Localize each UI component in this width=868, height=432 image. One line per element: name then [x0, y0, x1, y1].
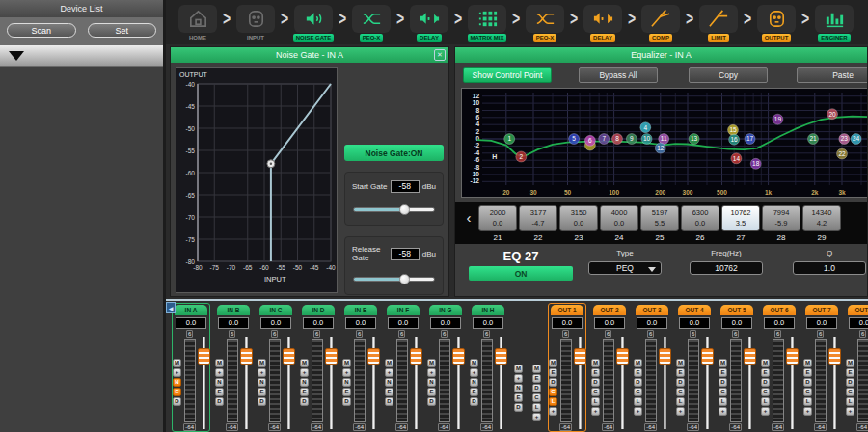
noise-gate-power-button[interactable]: Noise Gate:ON — [344, 145, 444, 161]
out-3-button-c[interactable]: C — [634, 388, 642, 396]
in-f-button-d[interactable]: D — [385, 397, 393, 406]
link-in-button-plus[interactable]: + — [514, 374, 523, 383]
out-1-button-m[interactable]: M — [549, 359, 557, 367]
channel-gain-value[interactable]: 0.0 — [176, 317, 206, 329]
out-5-button-d[interactable]: D — [719, 378, 727, 387]
eq-point-13[interactable]: 13 — [689, 134, 699, 145]
channel-gain-value[interactable]: 0.0 — [552, 317, 583, 329]
eq-point-5[interactable]: 5 — [569, 134, 580, 145]
out-3-button-l[interactable]: L — [634, 397, 642, 406]
channel-gain-value[interactable]: 0.0 — [303, 317, 334, 329]
out-2-button-e[interactable]: E — [591, 368, 600, 377]
out-8-button-l[interactable]: L — [846, 397, 854, 406]
out-7-button-d[interactable]: D — [803, 378, 812, 387]
out-5-button-m[interactable]: M — [719, 359, 727, 367]
channel-gain-value[interactable]: 0.0 — [345, 317, 376, 329]
eq-point-2[interactable]: 2 — [516, 151, 527, 162]
link-out-button-m[interactable]: M — [532, 364, 541, 373]
eq-point-10[interactable]: 10 — [641, 134, 652, 145]
start-gate-value[interactable]: -58 — [391, 180, 420, 193]
in-e-button-d[interactable]: D — [342, 397, 351, 406]
device-dropdown[interactable] — [0, 45, 163, 68]
in-a-button-d[interactable]: D — [173, 397, 181, 406]
in-c-button-d[interactable]: D — [258, 397, 266, 406]
eq-point-16[interactable]: 16 — [729, 134, 740, 145]
link-in-button-d[interactable]: D — [514, 403, 523, 412]
out-1-button-d[interactable]: D — [549, 378, 557, 387]
out-2-button-c[interactable]: C — [591, 388, 600, 396]
band-cell-29[interactable]: 143404.229 — [802, 205, 841, 242]
band-cell-23[interactable]: 31500.023 — [559, 205, 598, 242]
fader-handle[interactable] — [452, 348, 465, 364]
out-8-button-d[interactable]: D — [846, 378, 854, 387]
fader-track[interactable] — [786, 337, 798, 432]
out-6-button-plus[interactable]: + — [761, 407, 770, 416]
fader-track[interactable] — [283, 337, 294, 432]
show-control-point-button[interactable]: Show Control Point — [463, 68, 552, 83]
channel-strip-out-6[interactable]: OUT 60.0MEDCL+6-64 — [760, 303, 799, 432]
channel-strip-in-d[interactable]: IN D0.0M+NED6-64 — [299, 303, 338, 432]
out-4-button-l[interactable]: L — [676, 397, 685, 406]
release-gate-slider-thumb[interactable] — [399, 274, 410, 284]
in-d-button-e[interactable]: E — [300, 388, 309, 396]
out-1-button-plus[interactable]: + — [549, 407, 557, 416]
in-h-button-n[interactable]: N — [470, 378, 478, 387]
channel-gain-value[interactable]: 0.0 — [806, 317, 837, 329]
in-c-button-m[interactable]: M — [258, 359, 266, 367]
link-in-button-m[interactable]: M — [514, 364, 523, 373]
toolbar-item-enginer[interactable]: ENGINER — [812, 5, 856, 42]
toolbar-item-noise-gate[interactable]: NOISE GATE — [291, 5, 336, 42]
channel-strip-out-7[interactable]: OUT 70.0MEDCL+6-64 — [802, 303, 841, 432]
channel-gain-value[interactable]: 0.0 — [218, 317, 249, 329]
fader-handle[interactable] — [325, 348, 338, 364]
channel-gain-value[interactable]: 0.0 — [637, 317, 667, 329]
band-cell-22[interactable]: 3177-4.722 — [519, 205, 557, 242]
fader-handle[interactable] — [198, 348, 210, 364]
in-f-button-n[interactable]: N — [385, 378, 393, 387]
fader-track[interactable] — [452, 337, 464, 432]
out-5-button-e[interactable]: E — [719, 368, 727, 377]
out-3-button-e[interactable]: E — [634, 368, 642, 377]
in-g-button-plus[interactable]: + — [427, 368, 436, 377]
eq-point-22[interactable]: 22 — [837, 148, 848, 159]
channel-gain-value[interactable]: 0.0 — [430, 317, 461, 329]
eq-point-17[interactable]: 17 — [745, 134, 755, 145]
channel-strip-in-c[interactable]: IN C0.0M+NED6-64 — [257, 303, 295, 432]
in-b-button-plus[interactable]: + — [215, 368, 224, 377]
out-5-button-l[interactable]: L — [719, 397, 727, 406]
in-g-button-d[interactable]: D — [427, 397, 436, 406]
fader-track[interactable] — [198, 337, 209, 432]
out-1-button-l[interactable]: L — [549, 397, 557, 406]
link-out-button-l[interactable]: L — [532, 403, 541, 412]
in-e-button-plus[interactable]: + — [342, 368, 351, 377]
eq-point-23[interactable]: 23 — [839, 134, 850, 145]
link-out-button-c[interactable]: C — [532, 393, 541, 402]
fader-track[interactable] — [659, 337, 670, 432]
band-on-button[interactable]: ON — [469, 266, 573, 281]
out-3-button-d[interactable]: D — [634, 378, 642, 387]
in-c-button-e[interactable]: E — [258, 388, 266, 396]
out-2-button-d[interactable]: D — [591, 378, 600, 387]
out-7-button-plus[interactable]: + — [803, 407, 812, 416]
out-3-button-plus[interactable]: + — [634, 407, 642, 416]
fader-track[interactable] — [495, 337, 506, 432]
out-6-button-m[interactable]: M — [761, 359, 770, 367]
eq-point-7[interactable]: 7 — [599, 134, 610, 145]
link-out-button-e[interactable]: E — [532, 374, 541, 383]
out-7-button-e[interactable]: E — [803, 368, 812, 377]
band-cell-28[interactable]: 7994-5.928 — [762, 205, 800, 242]
out-2-button-l[interactable]: L — [591, 397, 600, 406]
out-4-button-c[interactable]: C — [676, 388, 685, 396]
channel-strip-out-2[interactable]: OUT 20.0MEDCL+6-64 — [590, 303, 629, 432]
scan-button[interactable]: Scan — [7, 23, 76, 38]
in-d-button-n[interactable]: N — [300, 378, 309, 387]
out-8-button-m[interactable]: M — [846, 359, 854, 367]
out-4-button-m[interactable]: M — [676, 359, 685, 367]
in-a-button-e[interactable]: E — [173, 388, 181, 396]
toolbar-item-peq-x[interactable]: PEQ-X — [523, 5, 567, 42]
out-6-button-l[interactable]: L — [761, 397, 770, 406]
eq-point-8[interactable]: 8 — [612, 134, 623, 145]
copy-button[interactable]: Copy — [689, 68, 768, 83]
eq-point-21[interactable]: 21 — [808, 134, 819, 145]
in-g-button-e[interactable]: E — [427, 388, 436, 396]
